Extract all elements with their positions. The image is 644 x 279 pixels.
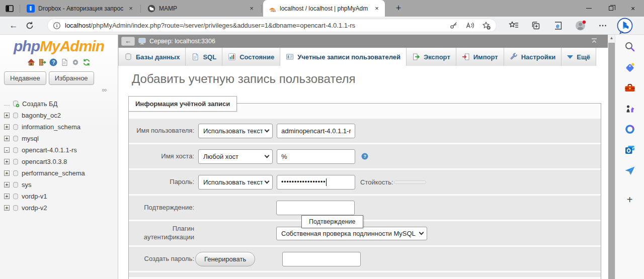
tab-user-accounts[interactable]: Учетные записи пользователей	[280, 48, 407, 66]
favorites-bar-icon[interactable]	[509, 21, 519, 30]
username-input[interactable]	[277, 124, 355, 138]
pma-logo[interactable]: phpMyAdmin	[0, 38, 118, 55]
pma-logo-myadmin: MyAdmin	[40, 38, 104, 54]
tree-expander-icon[interactable]: +	[4, 159, 10, 164]
hostname-type-select[interactable]: Любой хост	[198, 149, 273, 164]
reload-icon[interactable]	[25, 21, 40, 30]
sidebar-shopping-icon[interactable]	[624, 61, 636, 73]
collections-icon[interactable]	[531, 21, 541, 31]
url-text[interactable]: localhost/phpMyAdmin/index.php?route=/se…	[65, 22, 442, 29]
scroll-up-icon[interactable]: ▲	[608, 34, 615, 42]
sidebar-microsoft365-icon[interactable]	[624, 123, 636, 135]
username-type-select[interactable]: Использовать текст	[198, 124, 273, 138]
tab-databases[interactable]: Базы данных	[118, 48, 186, 66]
tree-expander-icon[interactable]: +	[4, 182, 10, 188]
help-icon[interactable]: ?	[49, 58, 57, 66]
tree-item-sys[interactable]: + sys	[0, 179, 118, 191]
window-close-button[interactable]: ×	[622, 0, 644, 17]
tab-more[interactable]: Ещё	[561, 48, 596, 66]
tree-expander-icon[interactable]: +	[4, 194, 10, 199]
sidebar-tools-icon[interactable]	[624, 82, 636, 94]
tab-import[interactable]: Импорт	[456, 48, 504, 66]
tree-expander-icon[interactable]: -	[4, 147, 10, 153]
sidebar-games-icon[interactable]	[624, 103, 636, 115]
page-scrollbar[interactable]: ▲	[608, 34, 615, 279]
refresh-icon[interactable]	[83, 58, 91, 66]
home-icon[interactable]	[27, 58, 35, 66]
tab-export[interactable]: Экспорт	[407, 48, 456, 66]
confirm-password-input[interactable]	[276, 201, 355, 215]
sidebar-outlook-icon[interactable]	[624, 144, 636, 156]
new-tab-button[interactable]: +	[392, 3, 405, 15]
hostname-input[interactable]	[277, 149, 355, 164]
nav-back-button[interactable]: ←	[121, 37, 135, 46]
new-database-icon	[12, 100, 20, 108]
hostname-help-icon[interactable]: ?	[361, 153, 368, 160]
ie-mode-icon[interactable]: e	[553, 21, 563, 31]
recent-button[interactable]: Недавнее	[4, 71, 46, 85]
edge-sidebar: +	[615, 34, 644, 279]
minimize-button[interactable]	[578, 0, 600, 17]
auth-plugin-select[interactable]: Собственная проверка подлинности MySQL	[276, 227, 427, 240]
scrollbar-thumb[interactable]	[608, 43, 615, 279]
tree-expander-icon[interactable]: +	[4, 113, 10, 118]
tree-expander-icon[interactable]: +	[4, 170, 10, 176]
tree-item-performance_schema[interactable]: + performance_schema	[0, 167, 118, 179]
generate-button[interactable]: Генерировать	[195, 252, 255, 266]
address-bar[interactable]: localhost/phpMyAdmin/index.php?route=/se…	[47, 19, 497, 32]
tab-settings[interactable]: Настройки	[504, 48, 562, 66]
site-info-icon[interactable]	[53, 22, 61, 30]
tab-label: Ещё	[577, 53, 590, 61]
sidebar-search-icon[interactable]	[624, 41, 636, 53]
sidebar-add-icon[interactable]: +	[627, 194, 633, 206]
tree-item-label: sys	[22, 181, 32, 189]
collapse-panel-icon[interactable]	[591, 38, 598, 44]
tree-expander-icon[interactable]: +	[4, 136, 10, 141]
tree-expander-icon[interactable]: +	[4, 205, 10, 211]
tab-status[interactable]: Состояние	[222, 48, 280, 66]
tree-line	[4, 103, 10, 106]
database-icon	[12, 193, 19, 200]
more-menu-icon[interactable]	[598, 21, 607, 30]
logout-icon[interactable]	[38, 58, 46, 66]
tree-item-new-database[interactable]: Создать БД	[0, 98, 118, 110]
password-input[interactable]: •••••••••••••••••	[277, 175, 355, 190]
favorites-button[interactable]: Избранное	[49, 71, 94, 85]
chevron-down-icon	[419, 230, 424, 235]
close-icon[interactable]: ×	[127, 5, 135, 13]
read-aloud-icon[interactable]	[465, 21, 474, 30]
browser-tab-phpmyadmin[interactable]: PMA localhost / localhost | phpMyAdm ×	[263, 0, 385, 17]
password-key-icon[interactable]	[449, 21, 458, 30]
tree-item-mysql[interactable]: + mysql	[0, 133, 118, 144]
link-icon[interactable]: ∞	[0, 86, 118, 94]
tree-item-bagonby_oc2[interactable]: + bagonby_oc2	[0, 110, 118, 121]
documentation-icon[interactable]	[60, 58, 68, 66]
tree-item-vordp-v1[interactable]: + vordp-v1	[0, 191, 118, 202]
tree-item-opencart-4011rs[interactable]: - opencart-4.0.1.1-rs	[0, 144, 118, 156]
bing-chat-icon[interactable]	[616, 17, 633, 34]
add-favorite-icon[interactable]	[482, 21, 491, 30]
sidebar-drop-icon[interactable]	[624, 164, 636, 176]
tab-sql[interactable]: SQL	[186, 48, 222, 66]
database-icon	[12, 158, 19, 165]
password-type-select[interactable]: Использовать текст	[198, 175, 273, 190]
tree-item-label: opencart3.0.3.8	[22, 158, 67, 165]
svg-text:PMA: PMA	[271, 10, 276, 13]
back-icon[interactable]: ←	[6, 21, 21, 31]
settings-gear-icon[interactable]	[71, 58, 79, 66]
tree-expander-icon[interactable]: +	[4, 124, 10, 130]
close-icon[interactable]: ×	[248, 5, 256, 13]
tree-item-information_schema[interactable]: + information_schema	[0, 121, 118, 133]
profile-avatar[interactable]	[575, 20, 586, 31]
generated-password-input[interactable]	[282, 252, 361, 266]
close-icon[interactable]: ×	[373, 5, 381, 13]
databases-icon	[124, 53, 132, 61]
tree-item-vordp-v2[interactable]: + vordp-v2	[0, 202, 118, 214]
tree-item-opencart3038[interactable]: + opencart3.0.3.8	[0, 156, 118, 167]
browser-tab-dropbox[interactable]: Dropbox - Авторизация запрос ×	[22, 2, 139, 15]
pma-logo-php: php	[14, 38, 40, 54]
tab-actions-icon[interactable]	[5, 4, 15, 14]
tree-item-label: performance_schema	[22, 169, 85, 177]
browser-tab-mamp[interactable]: MAMP ×	[142, 2, 260, 15]
restore-button[interactable]	[600, 0, 622, 17]
